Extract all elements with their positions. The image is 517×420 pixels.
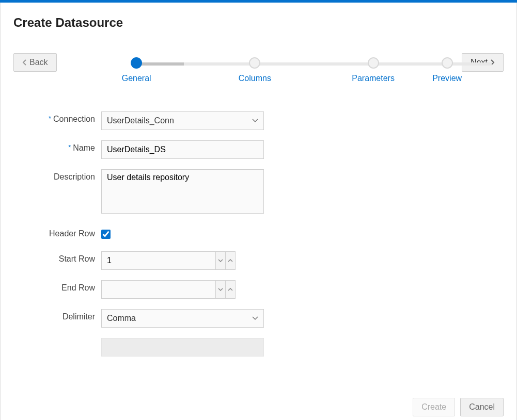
chevron-down-icon — [252, 316, 258, 320]
step-preview[interactable]: Preview — [432, 57, 462, 83]
endrow-increase-button[interactable] — [225, 281, 235, 298]
step-circle-icon — [249, 57, 260, 69]
step-general[interactable]: General — [77, 57, 196, 83]
required-asterisk-icon: * — [68, 143, 71, 153]
endrow-spinner — [101, 280, 236, 299]
connection-label: * Connection — [24, 111, 101, 124]
select-value: UserDetails_Conn — [107, 116, 174, 125]
step-label: Columns — [239, 74, 271, 83]
endrow-control — [101, 280, 236, 299]
chevron-left-icon — [22, 59, 27, 66]
step-label: Preview — [432, 74, 462, 83]
description-label: Description — [24, 169, 101, 182]
chevron-down-icon — [252, 119, 258, 123]
delimiter-row: Delimiter Comma — [24, 309, 504, 328]
chevron-up-icon — [228, 288, 233, 292]
endrow-row: End Row — [24, 280, 504, 299]
name-control — [101, 140, 264, 159]
label-text: Name — [73, 143, 95, 153]
step-circle-icon — [131, 57, 142, 69]
cancel-button-label: Cancel — [469, 402, 495, 412]
startrow-label: Start Row — [24, 251, 101, 264]
label-text: Description — [54, 172, 95, 182]
disabled-field — [101, 338, 264, 357]
label-text: Delimiter — [62, 312, 95, 321]
startrow-input[interactable] — [102, 252, 215, 269]
startrow-decrease-button[interactable] — [215, 252, 225, 269]
headerrow-control — [101, 226, 111, 241]
description-textarea[interactable] — [101, 169, 264, 214]
endrow-decrease-button[interactable] — [215, 281, 225, 298]
required-asterisk-icon: * — [49, 115, 51, 124]
endrow-label: End Row — [24, 280, 101, 293]
name-row: * Name — [24, 140, 504, 159]
headerrow-row: Header Row — [24, 226, 504, 241]
step-parameters[interactable]: Parameters — [314, 57, 432, 83]
label-text: End Row — [61, 283, 95, 293]
step-connector — [136, 62, 255, 66]
startrow-increase-button[interactable] — [225, 252, 235, 269]
empty-label — [24, 338, 101, 341]
step-circle-icon — [442, 57, 453, 69]
dialog-container: Create Datasource Back General Columns — [0, 3, 517, 420]
step-connector — [255, 62, 373, 66]
description-control — [101, 169, 264, 216]
label-text: Start Row — [59, 254, 95, 264]
chevron-down-icon — [218, 259, 223, 263]
name-label: * Name — [24, 140, 101, 153]
back-button[interactable]: Back — [13, 53, 57, 72]
delimiter-label: Delimiter — [24, 309, 101, 321]
back-button-label: Back — [29, 58, 48, 67]
headerrow-label: Header Row — [24, 226, 101, 238]
delimiter-select[interactable]: Comma — [101, 309, 264, 328]
form-area: * Connection UserDetails_Conn * Name — [13, 111, 504, 357]
create-button-label: Create — [421, 402, 446, 412]
connection-select[interactable]: UserDetails_Conn — [101, 111, 264, 130]
create-button[interactable]: Create — [413, 398, 455, 416]
page-title: Create Datasource — [13, 15, 504, 30]
footer-buttons: Create Cancel — [13, 398, 504, 416]
step-connector — [373, 62, 492, 66]
chevron-up-icon — [228, 259, 233, 263]
connection-control: UserDetails_Conn — [101, 111, 264, 130]
label-text: Connection — [53, 115, 95, 124]
disabled-row — [24, 338, 504, 357]
name-input[interactable] — [101, 140, 264, 159]
headerrow-checkbox[interactable] — [101, 230, 111, 239]
delimiter-control: Comma — [101, 309, 264, 328]
chevron-down-icon — [218, 288, 223, 292]
step-columns[interactable]: Columns — [196, 57, 314, 83]
step-label: General — [122, 74, 151, 83]
wizard-nav-row: Back General Columns Parameters Preview — [13, 53, 504, 83]
step-circle-icon — [368, 57, 379, 69]
description-row: Description — [24, 169, 504, 216]
endrow-input[interactable] — [102, 281, 215, 298]
step-label: Parameters — [352, 74, 395, 83]
startrow-spinner — [101, 251, 236, 270]
startrow-row: Start Row — [24, 251, 504, 270]
disabled-control — [101, 338, 264, 357]
label-text: Header Row — [49, 229, 95, 238]
startrow-control — [101, 251, 236, 270]
connection-row: * Connection UserDetails_Conn — [24, 111, 504, 130]
cancel-button[interactable]: Cancel — [460, 398, 504, 416]
wizard-stepper: General Columns Parameters Preview — [77, 53, 462, 83]
select-value: Comma — [107, 314, 136, 323]
